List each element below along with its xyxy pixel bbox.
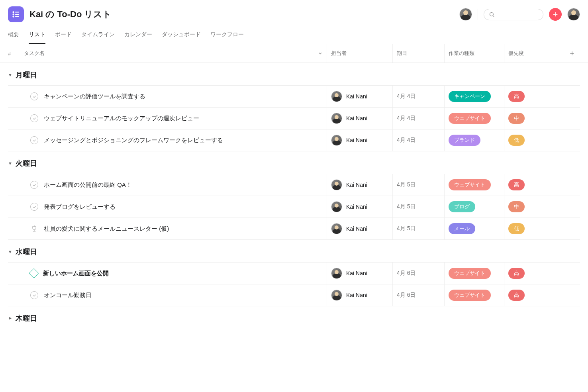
task-name-cell[interactable]: 発表ブログをレビューする — [20, 196, 327, 218]
member-avatar[interactable] — [459, 8, 472, 21]
col-task-label: タスク名 — [24, 50, 45, 57]
worktype-tag: キャンペーン — [449, 91, 491, 102]
priority-tag: 中 — [508, 113, 525, 124]
assignee-cell[interactable]: Kai Nani — [327, 218, 393, 239]
section-header[interactable]: ▼ 水曜日 — [8, 240, 580, 262]
priority-tag: 高 — [508, 91, 525, 102]
tab-4[interactable]: カレンダー — [124, 27, 152, 44]
worktype-cell[interactable]: ウェブサイト — [445, 263, 504, 284]
check-circle-icon[interactable] — [30, 114, 38, 122]
worktype-cell[interactable]: ブランド — [445, 129, 504, 151]
assignee-cell[interactable]: Kai Nani — [327, 86, 393, 107]
add-column-button[interactable] — [564, 44, 580, 63]
col-task[interactable]: タスク名 — [20, 44, 327, 63]
date-cell[interactable]: 4月 6日 — [393, 284, 445, 306]
task-row[interactable]: 新しいホーム画面を公開 Kai Nani 4月 6日 ウェブサイト 高 — [8, 262, 580, 284]
task-row[interactable]: キャンペーンの評価ツールを調査する Kai Nani 4月 4日 キャンペーン … — [8, 85, 580, 107]
assignee-name: Kai Nani — [346, 270, 367, 276]
task-name-cell[interactable]: ウェブサイトリニューアルのモックアップの週次レビュー — [20, 108, 327, 129]
col-date[interactable]: 期日 — [393, 44, 445, 63]
search-input-wrap[interactable] — [484, 9, 543, 20]
task-row[interactable]: ウェブサイトリニューアルのモックアップの週次レビュー Kai Nani 4月 4… — [8, 107, 580, 129]
priority-tag: 中 — [508, 201, 525, 212]
divider — [478, 9, 478, 20]
date-cell[interactable]: 4月 5日 — [393, 174, 445, 196]
task-name-cell[interactable]: キャンペーンの評価ツールを調査する — [20, 86, 327, 107]
date-cell[interactable]: 4月 6日 — [393, 263, 445, 284]
due-date: 4月 4日 — [397, 93, 416, 100]
priority-tag: 高 — [508, 268, 525, 279]
check-circle-icon[interactable] — [30, 291, 38, 299]
check-circle-icon[interactable] — [30, 181, 38, 189]
worktype-cell[interactable]: ウェブサイト — [445, 108, 504, 129]
priority-cell[interactable]: 低 — [504, 129, 564, 151]
assignee-name: Kai Nani — [346, 204, 367, 210]
priority-cell[interactable]: 高 — [504, 284, 564, 306]
section-header[interactable]: ▼ 火曜日 — [8, 151, 580, 174]
due-date: 4月 4日 — [397, 137, 416, 144]
assignee-cell[interactable]: Kai Nani — [327, 174, 393, 196]
worktype-cell[interactable]: キャンペーン — [445, 86, 504, 107]
task-name: 発表ブログをレビューする — [44, 203, 116, 211]
worktype-cell[interactable]: ウェブサイト — [445, 174, 504, 196]
search-input[interactable] — [497, 12, 538, 18]
due-date: 4月 5日 — [397, 203, 416, 210]
worktype-cell[interactable]: メール — [445, 218, 504, 239]
task-name: 社員の愛犬に関するメールニュースレター (仮) — [44, 225, 169, 233]
assignee-cell[interactable]: Kai Nani — [327, 284, 393, 306]
add-button[interactable] — [549, 8, 562, 21]
task-row[interactable]: 発表ブログをレビューする Kai Nani 4月 5日 ブログ 中 — [8, 196, 580, 218]
col-assignee[interactable]: 担当者 — [327, 44, 393, 63]
tab-5[interactable]: ダッシュボード — [162, 27, 201, 44]
priority-cell[interactable]: 中 — [504, 108, 564, 129]
date-cell[interactable]: 4月 4日 — [393, 108, 445, 129]
approval-icon[interactable] — [30, 225, 38, 233]
svg-point-0 — [13, 12, 14, 12]
milestone-icon[interactable] — [29, 268, 39, 278]
worktype-cell[interactable]: ウェブサイト — [445, 284, 504, 306]
priority-cell[interactable]: 高 — [504, 174, 564, 196]
col-priority[interactable]: 優先度 — [504, 44, 564, 63]
task-row[interactable]: 社員の愛犬に関するメールニュースレター (仮) Kai Nani 4月 5日 メ… — [8, 218, 580, 240]
check-circle-icon[interactable] — [30, 203, 38, 211]
task-row[interactable]: メッセージングとポジショニングのフレームワークをレビューする Kai Nani … — [8, 129, 580, 151]
section: ▼ 木曜日 — [0, 306, 588, 329]
caret-icon: ▼ — [8, 249, 12, 254]
col-worktype[interactable]: 作業の種類 — [445, 44, 504, 63]
check-circle-icon[interactable] — [30, 92, 38, 100]
task-row[interactable]: ホーム画面の公開前の最終 QA！ Kai Nani 4月 5日 ウェブサイト 高 — [8, 174, 580, 196]
priority-cell[interactable]: 低 — [504, 218, 564, 239]
assignee-cell[interactable]: Kai Nani — [327, 196, 393, 218]
priority-cell[interactable]: 高 — [504, 86, 564, 107]
priority-cell[interactable]: 高 — [504, 263, 564, 284]
search-icon — [489, 12, 495, 18]
assignee-name: Kai Nani — [346, 292, 367, 298]
date-cell[interactable]: 4月 5日 — [393, 218, 445, 239]
tab-2[interactable]: ボード — [55, 27, 72, 44]
assignee-cell[interactable]: Kai Nani — [327, 129, 393, 151]
date-cell[interactable]: 4月 4日 — [393, 86, 445, 107]
section-header[interactable]: ▼ 月曜日 — [8, 63, 580, 85]
worktype-cell[interactable]: ブログ — [445, 196, 504, 218]
table-header-row: # タスク名 担当者 期日 作業の種類 優先度 — [0, 44, 588, 63]
task-name-cell[interactable]: オンコール勤務日 — [20, 284, 327, 306]
task-name-cell[interactable]: 社員の愛犬に関するメールニュースレター (仮) — [20, 218, 327, 239]
tab-0[interactable]: 概要 — [8, 27, 19, 44]
section-header[interactable]: ▼ 木曜日 — [8, 306, 580, 329]
date-cell[interactable]: 4月 5日 — [393, 196, 445, 218]
chevron-down-icon — [318, 51, 323, 56]
task-name-cell[interactable]: 新しいホーム画面を公開 — [20, 263, 327, 284]
assignee-name: Kai Nani — [346, 137, 367, 143]
check-circle-icon[interactable] — [30, 136, 38, 144]
task-row[interactable]: オンコール勤務日 Kai Nani 4月 6日 ウェブサイト 高 — [8, 284, 580, 306]
date-cell[interactable]: 4月 4日 — [393, 129, 445, 151]
task-name-cell[interactable]: メッセージングとポジショニングのフレームワークをレビューする — [20, 129, 327, 151]
priority-cell[interactable]: 中 — [504, 196, 564, 218]
tab-1[interactable]: リスト — [29, 27, 45, 44]
user-avatar[interactable] — [567, 8, 580, 21]
tab-3[interactable]: タイムライン — [81, 27, 115, 44]
assignee-cell[interactable]: Kai Nani — [327, 263, 393, 284]
tab-6[interactable]: ワークフロー — [210, 27, 244, 44]
task-name-cell[interactable]: ホーム画面の公開前の最終 QA！ — [20, 174, 327, 196]
assignee-cell[interactable]: Kai Nani — [327, 108, 393, 129]
